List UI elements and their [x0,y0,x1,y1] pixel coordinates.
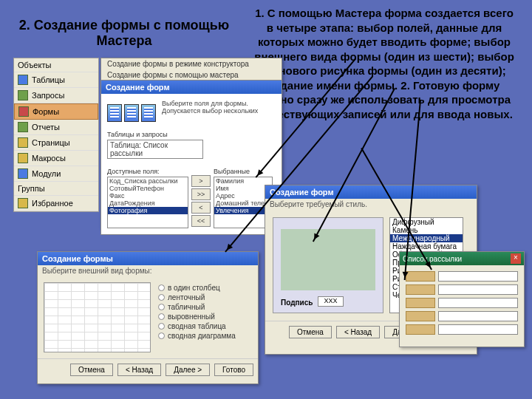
tables-label: Таблицы и запросы [107,131,276,138]
worldmap-icon [281,229,375,290]
cancel-button[interactable]: Отмена [289,326,332,338]
form-wizard-step1: Создание форм Выберите поля для формы. Д… [100,80,282,235]
form-icon [18,106,29,117]
layout-opt[interactable]: сводная диаграмма [158,332,236,340]
preview-box: XXX [318,296,344,307]
wizard-graphic [107,104,156,122]
module-icon [18,168,28,179]
sidebar-forms[interactable]: Формы [14,103,98,120]
sidebar-reports[interactable]: Отчеты [14,120,98,135]
preview-label: Подпись [281,299,313,307]
wizard-title: Создание форм [101,81,282,94]
result-title: Список рассылки [403,255,462,263]
wizard3-hint: Выберите требуемый стиль. [265,199,477,210]
layout-opt[interactable]: табличный [158,303,236,311]
access-sidebar: Объекты Таблицы Запросы Формы Отчеты Стр… [13,58,99,212]
form-field [406,284,518,295]
style-preview: Подпись XXX [273,217,383,313]
finish-button[interactable]: Готово [214,364,253,376]
layout-preview [44,282,151,352]
layout-options: в один столбец ленточный табличный выров… [158,282,236,352]
create-form-wizard[interactable]: Создание формы с помощью мастера [101,69,282,81]
selected-fields[interactable]: Фамилия Имя Адрес Домашний телефон Увлеч… [214,177,273,228]
layout-opt[interactable]: в один столбец [158,284,236,292]
form-field [406,324,518,335]
field-input[interactable] [438,298,518,308]
sidebar-fav[interactable]: Избранное [14,196,98,211]
section-title-right: 1. С помощью Мастера форма создается все… [251,6,517,121]
form-field [406,298,518,308]
sidebar-header: Объекты [14,58,98,72]
wizard-hint: Выберите поля для формы. [162,100,276,107]
query-icon [18,90,28,100]
sidebar-groups: Группы [14,182,98,196]
result-form-window: Список рассылки × [399,251,525,347]
field-input[interactable] [438,271,518,282]
cancel-button[interactable]: Отмена [70,364,113,376]
form-wizard-step2: Создание формы Выберите внешний вид форм… [37,251,259,384]
macro-icon [18,153,28,163]
table-icon [18,75,28,85]
next-button[interactable]: Далее > [166,364,210,376]
field-input[interactable] [438,311,518,321]
sidebar-pages[interactable]: Страницы [14,135,98,151]
field-input[interactable] [438,324,518,335]
section-title-left: 2. Создание формы с помощью Мастера [13,18,235,49]
sidebar-queries[interactable]: Запросы [14,88,98,103]
sidebar-tables[interactable]: Таблицы [14,72,98,88]
result-titlebar: Список рассылки × [400,252,524,265]
field-label [406,311,435,321]
layout-opt[interactable]: ленточный [158,293,236,301]
form-field [406,311,518,321]
back-button[interactable]: < Назад [336,326,380,338]
wizard3-title: Создание форм [265,185,477,199]
wizard2-hint: Выберите внешний вид формы: [38,265,258,276]
layout-opt[interactable]: выровненный [158,313,236,321]
remove-all-button[interactable]: << [191,215,211,227]
table-select[interactable]: Таблица: Список рассылки [107,140,203,159]
sidebar-modules[interactable]: Модули [14,166,98,182]
star-icon [18,198,28,208]
remove-field-button[interactable]: < [191,202,211,214]
page-icon [18,137,28,148]
back-button[interactable]: < Назад [117,364,161,376]
field-label [406,324,435,335]
field-label [406,298,435,308]
field-label [406,284,435,295]
wizard-hint2: Допускается выбор нескольких [162,107,276,115]
form-field [406,271,518,282]
sidebar-macros[interactable]: Макросы [14,151,98,166]
add-all-button[interactable]: >> [191,188,211,200]
create-form-designer[interactable]: Создание формы в режиме конструктора [101,58,282,69]
available-label: Доступные поля: [107,168,188,175]
close-icon[interactable]: × [511,253,521,264]
report-icon [18,122,28,132]
add-field-button[interactable]: > [191,175,211,187]
layout-opt[interactable]: сводная таблица [158,322,236,330]
wizard2-title: Создание формы [38,252,258,265]
field-input[interactable] [438,284,518,295]
available-fields[interactable]: Код_Списка рассылки СотовыйТелефон Факс … [107,177,188,228]
field-label [406,271,435,282]
